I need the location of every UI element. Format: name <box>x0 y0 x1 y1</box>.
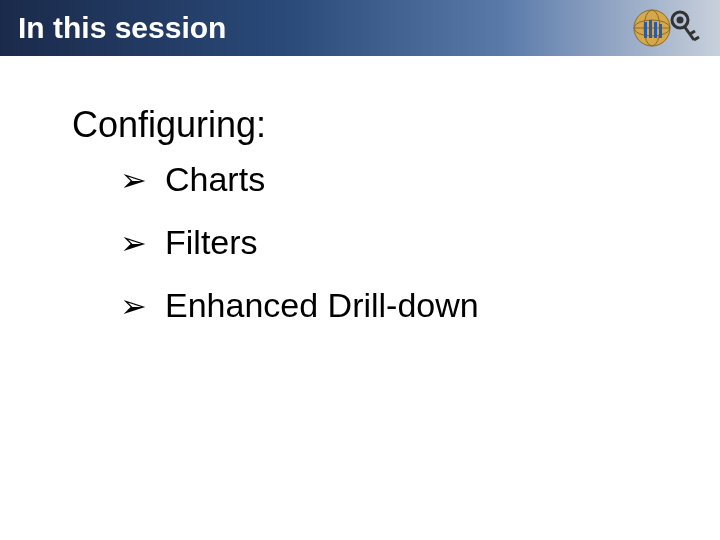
slide-body: Configuring: ➢ Charts ➢ Filters ➢ Enhanc… <box>0 56 720 325</box>
arrow-bullet-icon: ➢ <box>120 224 147 262</box>
arrow-bullet-icon: ➢ <box>120 161 147 199</box>
header-bar: In this session <box>0 0 720 56</box>
svg-rect-6 <box>654 22 657 38</box>
logo-globe-key-icon <box>622 6 702 50</box>
arrow-bullet-icon: ➢ <box>120 287 147 325</box>
list-item: ➢ Enhanced Drill-down <box>120 286 720 325</box>
bullet-label: Filters <box>165 223 258 262</box>
svg-line-11 <box>690 31 695 34</box>
list-item: ➢ Filters <box>120 223 720 262</box>
svg-rect-5 <box>649 20 652 38</box>
subtitle: Configuring: <box>72 104 720 146</box>
svg-rect-7 <box>659 24 662 38</box>
slide-title: In this session <box>18 11 226 45</box>
svg-rect-4 <box>644 22 647 38</box>
bullet-label: Charts <box>165 160 265 199</box>
svg-point-9 <box>677 17 684 24</box>
bullet-label: Enhanced Drill-down <box>165 286 479 325</box>
bullet-list: ➢ Charts ➢ Filters ➢ Enhanced Drill-down <box>72 160 720 325</box>
list-item: ➢ Charts <box>120 160 720 199</box>
svg-line-12 <box>694 37 699 40</box>
